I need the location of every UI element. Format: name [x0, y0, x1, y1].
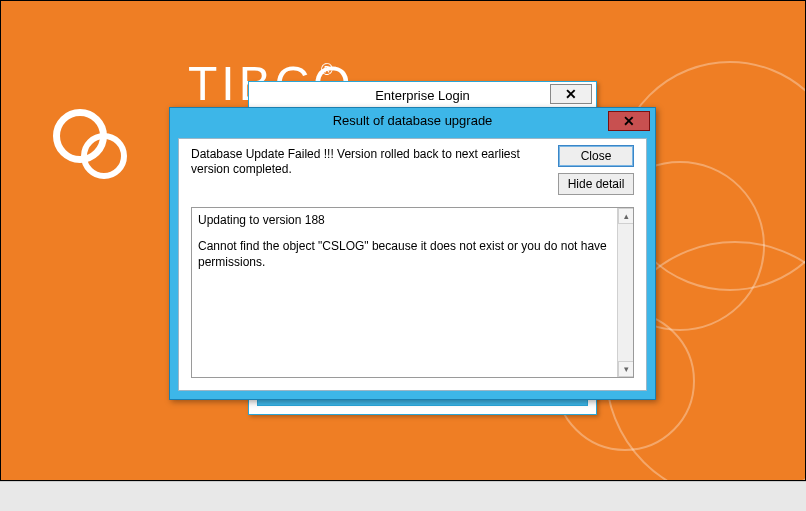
result-client-area: Database Update Failed !!! Version rolle…: [178, 138, 647, 391]
result-close-x-button[interactable]: ✕: [608, 111, 650, 131]
scroll-up-button[interactable]: ▴: [618, 208, 634, 224]
chevron-up-icon: ▴: [624, 211, 629, 221]
close-icon: ✕: [565, 86, 577, 102]
decor-ring: [81, 133, 127, 179]
app-background: TIBCO ® Enterprise Login ✕ Result of dat…: [0, 0, 806, 481]
result-message: Database Update Failed !!! Version rolle…: [191, 147, 531, 177]
detail-line: Updating to version 188: [198, 212, 613, 228]
chevron-down-icon: ▾: [624, 364, 629, 374]
detail-line: Cannot find the object "CSLOG" because i…: [198, 238, 613, 270]
close-icon: ✕: [623, 113, 635, 129]
vertical-scrollbar[interactable]: ▴ ▾: [617, 208, 633, 377]
taskbar[interactable]: [0, 481, 806, 511]
result-window: Result of database upgrade ✕ Database Up…: [169, 107, 656, 400]
result-title: Result of database upgrade: [170, 108, 655, 134]
scroll-down-button[interactable]: ▾: [618, 361, 634, 377]
detail-content: Updating to version 188 Cannot find the …: [198, 212, 613, 373]
detail-textbox[interactable]: Updating to version 188 Cannot find the …: [191, 207, 634, 378]
login-title: Enterprise Login: [249, 82, 596, 110]
result-titlebar[interactable]: Result of database upgrade ✕: [170, 108, 655, 134]
brand-registered-icon: ®: [321, 61, 333, 79]
login-titlebar[interactable]: Enterprise Login ✕: [249, 82, 596, 110]
hide-detail-button[interactable]: Hide detail: [558, 173, 634, 195]
login-close-button[interactable]: ✕: [550, 84, 592, 104]
close-button[interactable]: Close: [558, 145, 634, 167]
